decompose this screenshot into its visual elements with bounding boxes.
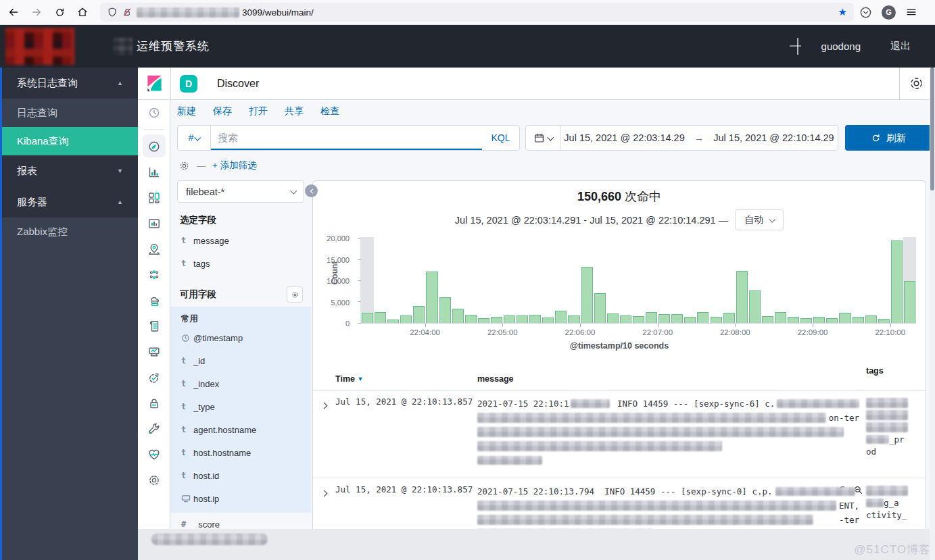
histogram-bar[interactable] [839,313,850,323]
plot-area[interactable] [360,238,916,324]
histogram-bar[interactable] [775,312,786,323]
histogram-bar[interactable] [904,281,915,323]
date-to[interactable]: Jul 15, 2021 @ 22:10:14.29 [713,132,834,143]
column-header-message[interactable]: message [477,374,866,390]
histogram-bar[interactable] [891,240,903,323]
kql-button[interactable]: KQL [482,126,519,150]
sidebar-item-zabbix[interactable]: Zabbix监控 [2,218,138,246]
browser-reload-button[interactable] [50,3,69,22]
histogram-bar[interactable] [594,293,606,323]
rail-uptime-button[interactable] [138,365,170,390]
rail-siem-button[interactable] [138,390,170,416]
rail-devtools-button[interactable] [138,416,170,442]
rail-ml-button[interactable] [138,262,170,288]
histogram-bar[interactable] [646,312,657,323]
histogram-bar[interactable] [491,317,502,323]
url-bar[interactable]: 3099/webui/main/ ★ [100,3,854,22]
histogram-bar[interactable] [723,313,735,323]
toolbar-link-3[interactable]: 共享 [285,105,304,118]
interval-select[interactable]: 自动 [735,209,784,230]
rail-logs-button[interactable] [138,313,170,339]
field-_type[interactable]: t_type [177,395,311,418]
histogram-bar[interactable] [452,309,464,323]
histogram-bar[interactable] [762,316,773,323]
toolbar-link-2[interactable]: 打开 [249,105,268,118]
column-header-time[interactable]: Time ▼ [335,374,477,390]
histogram-bar[interactable] [362,313,373,323]
field-agent.hostname[interactable]: tagent.hostname [177,418,311,441]
rail-canvas-button[interactable] [138,211,170,236]
histogram-bar[interactable] [387,320,399,323]
histogram-bar[interactable] [800,318,812,324]
expand-row-button[interactable] [313,397,335,478]
histogram-bar[interactable] [736,271,748,323]
user-avatar[interactable] [788,36,809,57]
bookmark-star-icon[interactable]: ★ [838,6,847,18]
menu-hamburger-icon[interactable] [905,6,917,18]
field-@timestamp[interactable]: @timestamp [177,326,311,349]
field-tags[interactable]: ttags [177,252,311,275]
page-scrollbar[interactable] [930,68,935,560]
histogram-bar[interactable] [684,317,696,323]
sidebar-item-server[interactable]: 服务器▲ [2,186,138,218]
rail-monitoring-button[interactable] [138,442,170,467]
index-pattern-select[interactable]: filebeat-* [177,180,304,203]
histogram-bar[interactable] [400,315,412,323]
sidebar-item-system-log[interactable]: 系统日志查询▲ [2,68,138,99]
histogram-bar[interactable] [853,317,864,323]
collapse-fields-button[interactable] [305,184,318,197]
histogram-bar[interactable] [542,317,554,323]
histogram-bar[interactable] [658,314,670,323]
field-_index[interactable]: t_index [177,372,311,395]
histogram-bar[interactable] [465,315,477,324]
pocket-icon[interactable] [859,6,872,19]
search-input[interactable] [211,126,482,149]
datepicker-button[interactable] [526,126,560,150]
histogram-bar[interactable] [697,312,709,323]
help-menu-icon[interactable] [909,76,924,91]
histogram-bar[interactable] [529,315,541,323]
query-language-hash-button[interactable]: # [178,126,211,150]
histogram-bar[interactable] [426,272,437,323]
toolbar-link-1[interactable]: 保存 [213,105,232,118]
browser-forward-button[interactable] [27,3,46,22]
histogram-bar[interactable] [607,313,619,323]
rail-maps-button[interactable] [138,236,170,262]
histogram-bar[interactable] [671,314,683,323]
histogram-bar[interactable] [633,316,644,323]
field-host.id[interactable]: thost.id [177,464,311,487]
histogram-bar[interactable] [375,312,386,323]
refresh-button[interactable]: 刷新 [845,125,932,151]
rail-dashboard-button[interactable] [138,185,170,211]
histogram-bar[interactable] [568,315,579,323]
histogram-bar[interactable] [555,311,567,323]
field-host.hostname[interactable]: thost.hostname [177,441,311,464]
toolbar-link-4[interactable]: 检查 [320,105,339,118]
rail-visualize-button[interactable] [138,159,170,185]
scrollbar-thumb[interactable] [930,68,934,190]
toolbar-link-0[interactable]: 新建 [177,105,196,118]
histogram-bar[interactable] [813,317,825,323]
filter-settings-gear-icon[interactable] [178,160,190,172]
sidebar-item-kibana-query[interactable]: Kibana查询 [2,127,138,155]
rail-metrics-button[interactable] [138,339,170,365]
field-settings-button[interactable] [287,286,303,303]
column-header-tags[interactable]: tags [866,355,926,382]
histogram-bar[interactable] [788,317,799,323]
histogram-bar[interactable] [749,290,761,323]
kibana-space-badge[interactable]: D [180,75,197,93]
logout-button[interactable]: 退出 [890,40,911,53]
browser-home-button[interactable] [73,3,92,22]
rail-compass-button[interactable] [138,134,170,159]
histogram-bar[interactable] [620,315,631,323]
add-filter-button[interactable]: + 添加筛选 [212,159,257,172]
rail-management-button[interactable] [138,467,170,493]
histogram-bar[interactable] [878,319,890,323]
histogram-bar[interactable] [865,315,877,323]
histogram-bar[interactable] [826,318,838,323]
histogram-bar[interactable] [439,297,451,323]
date-from[interactable]: Jul 15, 2021 @ 22:03:14.29 [564,132,684,143]
browser-profile-avatar[interactable]: G [882,5,896,20]
rail-clock-button[interactable] [138,100,170,126]
kibana-logo-icon[interactable] [145,74,164,93]
